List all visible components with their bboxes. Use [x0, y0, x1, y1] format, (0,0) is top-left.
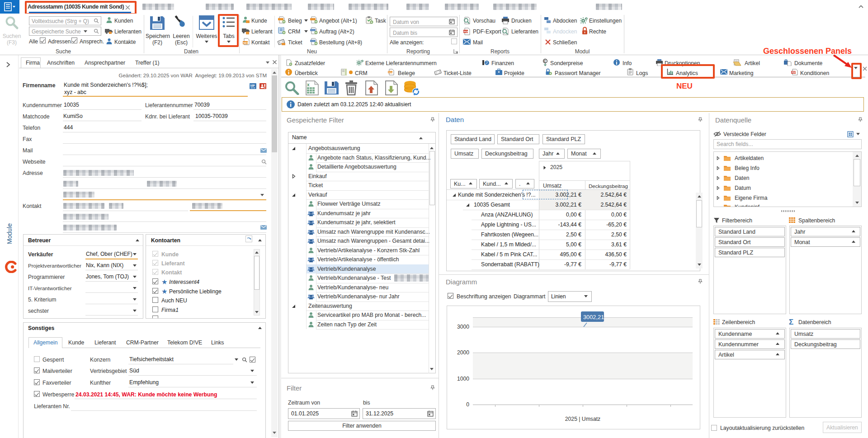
svg-text:VIP: VIP — [250, 84, 255, 87]
svg-text:PDF: PDF — [464, 30, 469, 33]
svg-text:€: € — [544, 60, 546, 63]
svg-text:Beleg: Beleg — [388, 71, 393, 73]
svg-text:3002,21: 3002,21 — [583, 314, 604, 320]
svg-text:x: x — [307, 82, 310, 87]
svg-text:PDF: PDF — [792, 71, 796, 74]
svg-text:NEU: NEU — [243, 42, 249, 44]
